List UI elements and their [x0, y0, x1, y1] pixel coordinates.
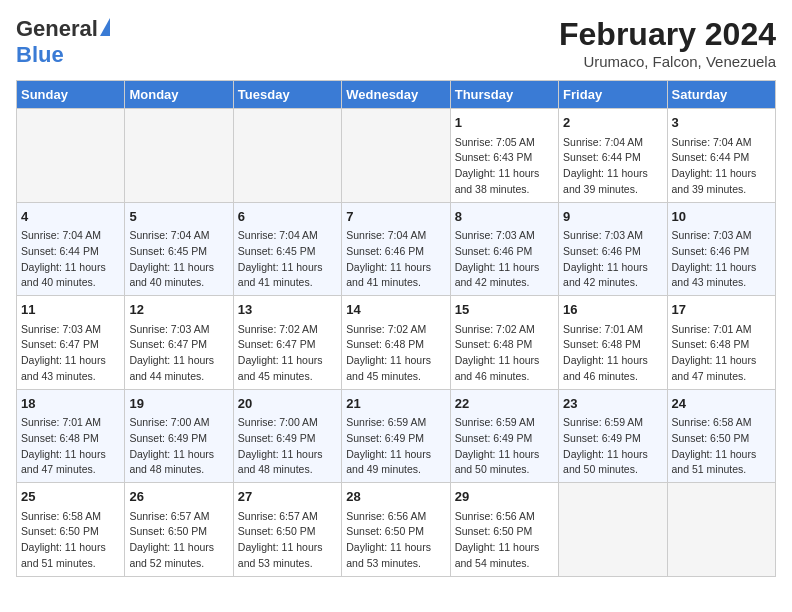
logo-triangle-icon	[100, 18, 110, 36]
calendar-cell: 24Sunrise: 6:58 AMSunset: 6:50 PMDayligh…	[667, 389, 775, 483]
day-number: 13	[238, 300, 337, 320]
day-of-week-header: Saturday	[667, 81, 775, 109]
day-number: 7	[346, 207, 445, 227]
day-number: 21	[346, 394, 445, 414]
daylight-text: Daylight: 11 hours and 45 minutes.	[346, 354, 431, 382]
calendar-cell: 9Sunrise: 7:03 AMSunset: 6:46 PMDaylight…	[559, 202, 667, 296]
day-number: 5	[129, 207, 228, 227]
day-number: 11	[21, 300, 120, 320]
calendar-cell: 29Sunrise: 6:56 AMSunset: 6:50 PMDayligh…	[450, 483, 558, 577]
sunrise-text: Sunrise: 7:02 AM	[346, 323, 426, 335]
sunset-text: Sunset: 6:50 PM	[238, 525, 316, 537]
day-of-week-header: Tuesday	[233, 81, 341, 109]
calendar-cell: 2Sunrise: 7:04 AMSunset: 6:44 PMDaylight…	[559, 109, 667, 203]
sunset-text: Sunset: 6:46 PM	[672, 245, 750, 257]
sunset-text: Sunset: 6:50 PM	[129, 525, 207, 537]
calendar-week-row: 18Sunrise: 7:01 AMSunset: 6:48 PMDayligh…	[17, 389, 776, 483]
sunrise-text: Sunrise: 7:04 AM	[672, 136, 752, 148]
day-number: 24	[672, 394, 771, 414]
sunset-text: Sunset: 6:50 PM	[672, 432, 750, 444]
daylight-text: Daylight: 11 hours and 48 minutes.	[238, 448, 323, 476]
day-number: 8	[455, 207, 554, 227]
sunset-text: Sunset: 6:49 PM	[455, 432, 533, 444]
sunrise-text: Sunrise: 7:04 AM	[129, 229, 209, 241]
daylight-text: Daylight: 11 hours and 41 minutes.	[238, 261, 323, 289]
sunset-text: Sunset: 6:47 PM	[129, 338, 207, 350]
sunrise-text: Sunrise: 7:01 AM	[563, 323, 643, 335]
calendar-cell: 14Sunrise: 7:02 AMSunset: 6:48 PMDayligh…	[342, 296, 450, 390]
calendar-cell: 6Sunrise: 7:04 AMSunset: 6:45 PMDaylight…	[233, 202, 341, 296]
sunset-text: Sunset: 6:45 PM	[129, 245, 207, 257]
calendar-cell	[17, 109, 125, 203]
daylight-text: Daylight: 11 hours and 46 minutes.	[563, 354, 648, 382]
sunset-text: Sunset: 6:47 PM	[21, 338, 99, 350]
sunrise-text: Sunrise: 6:57 AM	[129, 510, 209, 522]
sunrise-text: Sunrise: 6:56 AM	[346, 510, 426, 522]
day-number: 3	[672, 113, 771, 133]
day-number: 20	[238, 394, 337, 414]
daylight-text: Daylight: 11 hours and 47 minutes.	[21, 448, 106, 476]
sunset-text: Sunset: 6:49 PM	[238, 432, 316, 444]
daylight-text: Daylight: 11 hours and 38 minutes.	[455, 167, 540, 195]
day-number: 26	[129, 487, 228, 507]
calendar-cell: 12Sunrise: 7:03 AMSunset: 6:47 PMDayligh…	[125, 296, 233, 390]
header-row: SundayMondayTuesdayWednesdayThursdayFrid…	[17, 81, 776, 109]
calendar-cell: 5Sunrise: 7:04 AMSunset: 6:45 PMDaylight…	[125, 202, 233, 296]
daylight-text: Daylight: 11 hours and 45 minutes.	[238, 354, 323, 382]
calendar-cell: 23Sunrise: 6:59 AMSunset: 6:49 PMDayligh…	[559, 389, 667, 483]
sunrise-text: Sunrise: 6:59 AM	[455, 416, 535, 428]
calendar-cell: 18Sunrise: 7:01 AMSunset: 6:48 PMDayligh…	[17, 389, 125, 483]
sunrise-text: Sunrise: 6:59 AM	[346, 416, 426, 428]
calendar-cell: 21Sunrise: 6:59 AMSunset: 6:49 PMDayligh…	[342, 389, 450, 483]
sunrise-text: Sunrise: 7:03 AM	[672, 229, 752, 241]
calendar-week-row: 25Sunrise: 6:58 AMSunset: 6:50 PMDayligh…	[17, 483, 776, 577]
day-number: 17	[672, 300, 771, 320]
sunset-text: Sunset: 6:44 PM	[672, 151, 750, 163]
sunrise-text: Sunrise: 7:03 AM	[563, 229, 643, 241]
day-number: 16	[563, 300, 662, 320]
day-number: 9	[563, 207, 662, 227]
sunrise-text: Sunrise: 6:58 AM	[21, 510, 101, 522]
sunset-text: Sunset: 6:48 PM	[672, 338, 750, 350]
calendar-week-row: 11Sunrise: 7:03 AMSunset: 6:47 PMDayligh…	[17, 296, 776, 390]
day-of-week-header: Sunday	[17, 81, 125, 109]
calendar-cell: 4Sunrise: 7:04 AMSunset: 6:44 PMDaylight…	[17, 202, 125, 296]
sunrise-text: Sunrise: 7:02 AM	[455, 323, 535, 335]
daylight-text: Daylight: 11 hours and 53 minutes.	[238, 541, 323, 569]
calendar-cell: 11Sunrise: 7:03 AMSunset: 6:47 PMDayligh…	[17, 296, 125, 390]
calendar-title: February 2024	[559, 16, 776, 53]
daylight-text: Daylight: 11 hours and 53 minutes.	[346, 541, 431, 569]
day-number: 12	[129, 300, 228, 320]
sunrise-text: Sunrise: 6:57 AM	[238, 510, 318, 522]
sunset-text: Sunset: 6:46 PM	[563, 245, 641, 257]
calendar-cell: 22Sunrise: 6:59 AMSunset: 6:49 PMDayligh…	[450, 389, 558, 483]
sunrise-text: Sunrise: 7:03 AM	[21, 323, 101, 335]
sunrise-text: Sunrise: 7:02 AM	[238, 323, 318, 335]
calendar-cell: 13Sunrise: 7:02 AMSunset: 6:47 PMDayligh…	[233, 296, 341, 390]
sunset-text: Sunset: 6:49 PM	[346, 432, 424, 444]
calendar-table: SundayMondayTuesdayWednesdayThursdayFrid…	[16, 80, 776, 577]
sunset-text: Sunset: 6:43 PM	[455, 151, 533, 163]
calendar-cell: 8Sunrise: 7:03 AMSunset: 6:46 PMDaylight…	[450, 202, 558, 296]
calendar-cell	[342, 109, 450, 203]
calendar-cell: 26Sunrise: 6:57 AMSunset: 6:50 PMDayligh…	[125, 483, 233, 577]
logo-general-text: General	[16, 16, 98, 42]
daylight-text: Daylight: 11 hours and 44 minutes.	[129, 354, 214, 382]
calendar-cell	[559, 483, 667, 577]
daylight-text: Daylight: 11 hours and 43 minutes.	[21, 354, 106, 382]
calendar-cell: 10Sunrise: 7:03 AMSunset: 6:46 PMDayligh…	[667, 202, 775, 296]
sunrise-text: Sunrise: 7:01 AM	[672, 323, 752, 335]
calendar-cell: 16Sunrise: 7:01 AMSunset: 6:48 PMDayligh…	[559, 296, 667, 390]
sunset-text: Sunset: 6:44 PM	[21, 245, 99, 257]
calendar-cell: 25Sunrise: 6:58 AMSunset: 6:50 PMDayligh…	[17, 483, 125, 577]
day-number: 6	[238, 207, 337, 227]
sunrise-text: Sunrise: 6:58 AM	[672, 416, 752, 428]
day-number: 28	[346, 487, 445, 507]
daylight-text: Daylight: 11 hours and 42 minutes.	[455, 261, 540, 289]
calendar-week-row: 4Sunrise: 7:04 AMSunset: 6:44 PMDaylight…	[17, 202, 776, 296]
day-number: 15	[455, 300, 554, 320]
day-number: 23	[563, 394, 662, 414]
daylight-text: Daylight: 11 hours and 39 minutes.	[563, 167, 648, 195]
daylight-text: Daylight: 11 hours and 48 minutes.	[129, 448, 214, 476]
title-block: February 2024 Urumaco, Falcon, Venezuela	[559, 16, 776, 70]
